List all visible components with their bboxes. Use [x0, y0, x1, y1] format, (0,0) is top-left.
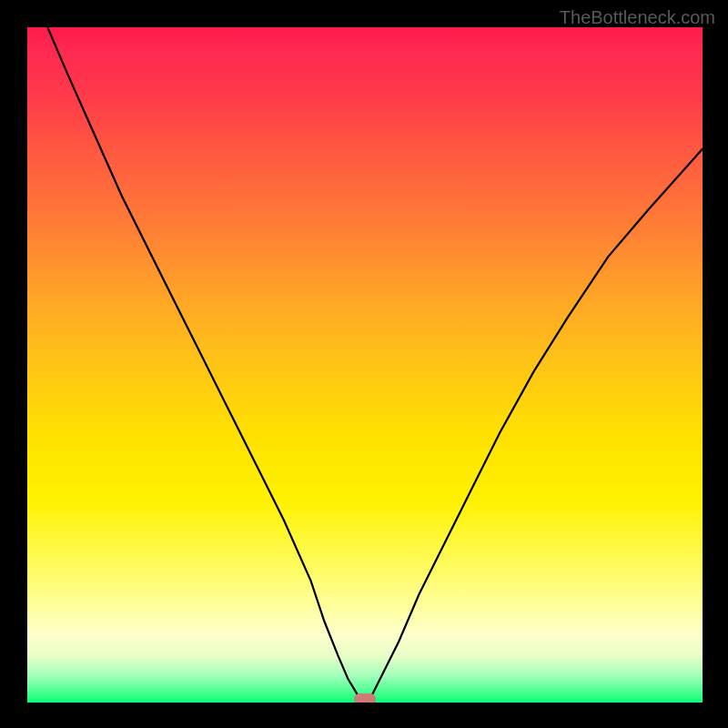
plot-area — [27, 27, 703, 703]
watermark-text: TheBottleneck.com — [560, 7, 715, 28]
bottleneck-curve — [27, 27, 703, 703]
optimum-marker — [354, 693, 376, 703]
